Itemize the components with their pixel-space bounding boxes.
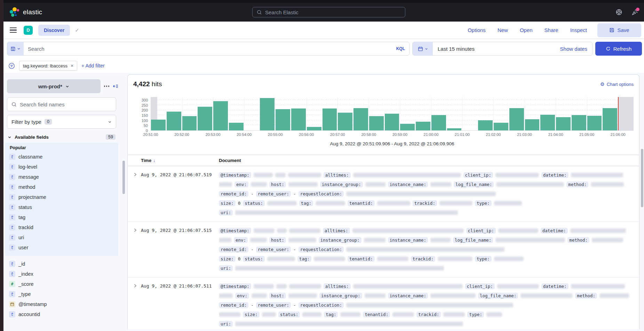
filter-by-type-select[interactable]: Filter by type 0: [7, 115, 116, 129]
time-column-header[interactable]: Time ↓: [141, 158, 219, 163]
chart-bucket[interactable]: [556, 97, 571, 130]
available-fields-header[interactable]: Available fields 59: [7, 134, 118, 140]
field-settings-icon[interactable]: [104, 86, 110, 87]
remove-filter-icon[interactable]: ×: [71, 63, 73, 68]
field-classname[interactable]: tclassname: [7, 152, 118, 161]
doc-field-label: type:: [475, 256, 492, 262]
menu-icon[interactable]: [10, 27, 17, 33]
query-input[interactable]: Search: [24, 46, 396, 52]
chart-bucket[interactable]: [307, 97, 322, 130]
chart-bucket[interactable]: [275, 97, 291, 130]
field-trackid[interactable]: ttrackid: [7, 223, 118, 232]
doc-field-label: method:: [566, 181, 588, 187]
chart-bucket[interactable]: [260, 97, 275, 130]
field-tag[interactable]: ttag: [7, 213, 118, 222]
chart-bucket[interactable]: [602, 97, 618, 130]
field-name: _index: [18, 271, 33, 277]
field-accountid[interactable]: taccountid: [7, 310, 118, 319]
chart-bucket[interactable]: [353, 97, 369, 130]
nav-link-new[interactable]: New: [498, 27, 508, 33]
current-time-marker: [618, 97, 619, 130]
y-axis-tick: 150: [142, 113, 148, 118]
field-uri[interactable]: turi: [7, 233, 118, 242]
chart-plot[interactable]: [151, 97, 634, 131]
chart-bucket[interactable]: [213, 97, 229, 130]
chart-bucket[interactable]: [540, 97, 556, 130]
expand-row-button[interactable]: [133, 226, 141, 232]
sort-descending-icon[interactable]: ↓: [153, 158, 156, 163]
redacted-value: [235, 210, 458, 215]
nav-link-share[interactable]: Share: [544, 27, 558, 33]
chart-bucket[interactable]: [587, 97, 603, 130]
field-search-input[interactable]: Search field names: [7, 97, 116, 111]
time-range-value[interactable]: Last 15 minutes: [433, 46, 475, 52]
elastic-brand[interactable]: elastic: [3, 7, 42, 17]
chart-bucket[interactable]: [509, 97, 525, 130]
chart-bucket[interactable]: [478, 97, 493, 130]
nav-link-open[interactable]: Open: [520, 27, 533, 33]
field-log-level[interactable]: tlog-level: [7, 162, 118, 171]
chart-bucket[interactable]: [244, 97, 260, 130]
chart-bucket[interactable]: [462, 97, 478, 130]
refresh-button[interactable]: Refresh: [595, 42, 642, 56]
chart-bucket[interactable]: [291, 97, 307, 130]
sidebar-scrollbar[interactable]: [122, 161, 125, 194]
field-_index[interactable]: t_index: [7, 269, 118, 278]
nav-link-options[interactable]: Options: [468, 27, 486, 33]
chart-bucket[interactable]: [369, 97, 384, 130]
field-user[interactable]: tuser: [7, 243, 118, 252]
nav-link-inspect[interactable]: Inspect: [570, 27, 587, 33]
chart-bucket[interactable]: [197, 97, 213, 130]
field-_score[interactable]: #_score: [7, 280, 118, 289]
redacted-value: [353, 284, 463, 289]
chart-bucket[interactable]: [384, 97, 400, 130]
chart-bucket[interactable]: [447, 97, 462, 130]
redacted-value: [365, 182, 385, 187]
save-button[interactable]: Save: [597, 23, 641, 37]
chart-bucket[interactable]: [618, 97, 634, 130]
chart-bucket[interactable]: [431, 97, 447, 130]
newsfeed-icon[interactable]: [631, 9, 638, 16]
chart-bucket[interactable]: [525, 97, 540, 130]
redacted-value: [352, 228, 464, 233]
field-_type[interactable]: t_type: [7, 290, 118, 299]
field-type-number-icon: #: [9, 281, 15, 287]
field-method[interactable]: tmethod: [7, 183, 118, 192]
field-status[interactable]: tstatus: [7, 203, 118, 212]
field-message[interactable]: tmessage: [7, 172, 118, 181]
kql-language-button[interactable]: KQL: [396, 46, 409, 51]
field-_id[interactable]: t_id: [7, 259, 118, 268]
chart-bucket[interactable]: [166, 97, 182, 130]
histogram-bar: [587, 116, 602, 130]
doc-field-label: remote_id:: [219, 191, 248, 197]
date-picker: Last 15 minutes Show dates: [412, 42, 593, 56]
table-scrollbar[interactable]: [641, 149, 643, 207]
breadcrumb[interactable]: Discover: [38, 25, 70, 36]
chart-bucket[interactable]: [322, 97, 338, 130]
show-dates-button[interactable]: Show dates: [560, 46, 592, 52]
chart-bucket[interactable]: [571, 97, 587, 130]
index-pattern-switcher[interactable]: wm-prod*: [7, 79, 101, 93]
chart-bucket[interactable]: [493, 97, 509, 130]
breadcrumb-check-icon[interactable]: ✓: [75, 27, 79, 33]
field-projectname[interactable]: tprojectname: [7, 193, 118, 202]
chart-bucket[interactable]: [415, 97, 431, 130]
add-filter-button[interactable]: + Add filter: [81, 63, 105, 68]
saved-query-menu-button[interactable]: [7, 42, 24, 55]
collapse-sidebar-icon[interactable]: [113, 83, 118, 89]
expand-row-button[interactable]: [133, 282, 141, 288]
expand-row-button[interactable]: [133, 170, 141, 177]
doc-field-label: client_ip:: [465, 283, 495, 289]
chart-bucket[interactable]: [151, 97, 166, 130]
chart-bucket[interactable]: [337, 97, 353, 130]
filter-menu-icon[interactable]: [8, 63, 15, 69]
filter-pill[interactable]: tag.keyword: lbaccess ×: [19, 61, 77, 71]
chart-options-button[interactable]: ⚙ Chart options: [600, 82, 634, 87]
date-quick-menu-button[interactable]: [413, 42, 433, 55]
chart-bucket[interactable]: [229, 97, 244, 130]
help-icon[interactable]: [615, 9, 622, 16]
field-@timestamp[interactable]: @timestamp: [7, 300, 118, 309]
global-search-input[interactable]: Search Elastic: [252, 7, 405, 17]
chart-bucket[interactable]: [400, 97, 415, 130]
chart-bucket[interactable]: [182, 97, 198, 130]
